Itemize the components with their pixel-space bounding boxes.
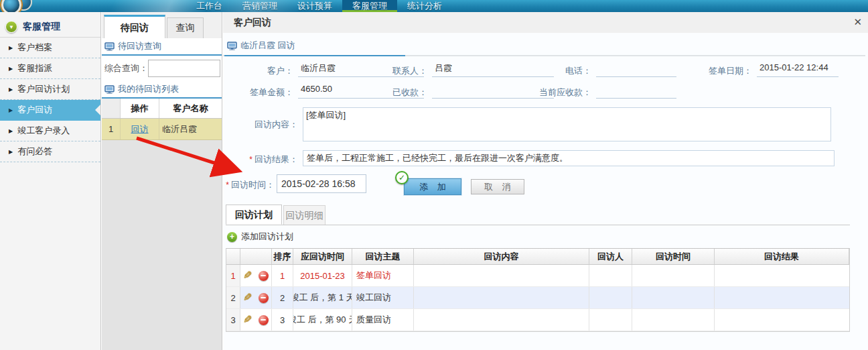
sidebar-item-customer-files[interactable]: ▶ 客户档案 (0, 38, 100, 58)
sidebar-item-label: 客服指派 (17, 62, 52, 74)
header-cell-blank (226, 249, 240, 264)
plan-table-row: 2 ✎ 2 竣工 后，第 1 天 竣工回访 (226, 287, 849, 309)
tab-callback-plan[interactable]: 回访计划 (226, 205, 282, 225)
topic-cell: 签单回访 (352, 265, 414, 286)
due-time-cell: 竣工 后，第 90 天 (293, 309, 352, 331)
field-phone: 电话： (516, 61, 676, 77)
content-cell (414, 309, 589, 331)
window-title: 客户回访 (234, 17, 271, 29)
pending-list-row-selected[interactable]: 1 回访 临沂吕霞 (102, 119, 222, 140)
due-time-cell: 竣工 后，第 1 天 (293, 287, 352, 308)
sidebar-item-customer-callback[interactable]: ▶ 客户回访 (0, 100, 100, 121)
time-label: 回访时间： (231, 180, 275, 190)
time-cell (632, 309, 715, 331)
time-cell (632, 265, 715, 286)
callback-time-input[interactable] (277, 174, 366, 193)
add-circle-icon: + (227, 232, 237, 242)
customer-label: 客户： (223, 65, 298, 77)
header-cell-customer-name: 客户名称 (159, 99, 222, 118)
header-cell-content: 回访内容 (414, 249, 589, 264)
combined-query-label: 综合查询： (104, 62, 148, 74)
edit-pencil-icon[interactable]: ✎ (243, 270, 252, 281)
time-cell (632, 287, 715, 308)
delete-minus-icon[interactable] (259, 315, 269, 325)
add-callback-plan-label: 添加回访计划 (241, 231, 293, 243)
field-sign-date: 签单日期： 2015-01-22 12:44 (695, 61, 839, 77)
close-icon[interactable]: ✕ (853, 17, 862, 27)
callback-plan-table: 排序 应回访时间 回访主题 回访内容 回访人 回访时间 回访结果 1 ✎ 1 2… (226, 248, 850, 332)
header-cell-person: 回访人 (589, 249, 632, 264)
combined-query-row: 综合查询： (102, 56, 222, 81)
cancel-button[interactable]: 取 消 (471, 179, 524, 194)
order-cell: 3 (272, 309, 293, 331)
customer-name-cell: 临沂吕霞 (159, 119, 222, 139)
pending-list-header-row: 操作 客户名称 (102, 99, 222, 119)
caret-right-icon: ▶ (9, 66, 13, 72)
tab-query[interactable]: 查询 (167, 17, 204, 38)
callback-link[interactable]: 回访 (131, 123, 149, 135)
result-label: 回访结果： (255, 154, 298, 164)
top-nav-items: 工作台 营销管理 设计预算 客服管理 统计分析 (186, 0, 452, 12)
add-button[interactable]: 添 加 (404, 178, 461, 195)
delete-minus-icon[interactable] (259, 293, 269, 303)
collapse-chevron-icon[interactable]: ▼ (5, 21, 17, 33)
window-body: 临沂吕霞 回访 客户： 临沂吕霞 联系人： 吕霞 电话： 签单日期： 2015-… (223, 33, 868, 350)
nav-item-marketing[interactable]: 营销管理 (232, 0, 287, 12)
combined-query-input[interactable] (148, 60, 220, 77)
nav-item-customer-service[interactable]: 客服管理 (342, 0, 397, 12)
due-time-cell: 2015-01-23 (293, 265, 352, 286)
plan-tab-strip: 回访计划 回访明细 (226, 205, 850, 225)
order-cell: 1 (272, 265, 293, 286)
nav-item-design-budget[interactable]: 设计预算 (287, 0, 342, 12)
callback-content-textarea[interactable] (303, 107, 831, 141)
sidebar-item-label: 客户回访 (17, 104, 52, 116)
delete-minus-icon[interactable] (259, 271, 269, 281)
person-cell (589, 265, 632, 286)
sidebar-header[interactable]: ▼ 客服管理 (0, 17, 100, 38)
result-cell (715, 265, 849, 286)
topic-cell: 质量回访 (352, 309, 414, 331)
monitor-icon (104, 85, 115, 94)
content-cell (414, 265, 589, 286)
row-number: 3 (226, 309, 240, 331)
person-cell (589, 309, 632, 331)
phone-value (596, 62, 676, 77)
sign-amount-label: 签单金额： (223, 86, 298, 99)
add-callback-plan-button[interactable]: + 添加回访计划 (227, 231, 293, 243)
my-pending-list-section-header: 我的待回访列表 (102, 81, 222, 99)
nav-item-statistics[interactable]: 统计分析 (397, 0, 452, 12)
sidebar-item-service-assign[interactable]: ▶ 客服指派 (0, 58, 100, 79)
sidebar-item-callback-plan[interactable]: ▶ 客户回访计划 (0, 79, 100, 100)
tab-pending-callback[interactable]: 待回访 (104, 15, 165, 38)
nav-item-workbench[interactable]: 工作台 (186, 0, 232, 12)
tab-callback-detail[interactable]: 回访明细 (283, 205, 326, 225)
middle-tab-strip: 待回访 查询 (102, 12, 222, 38)
sign-date-value: 2015-01-22 12:44 (757, 62, 839, 77)
header-cell-result: 回访结果 (715, 249, 849, 264)
edit-pencil-icon[interactable]: ✎ (243, 314, 252, 325)
result-label-wrap: *回访结果： (223, 154, 298, 166)
caret-right-icon: ▶ (9, 86, 13, 93)
receivable-value (596, 84, 676, 99)
required-asterisk: * (226, 180, 231, 190)
received-label: 已收款： (375, 86, 432, 99)
row-index: 1 (102, 119, 121, 139)
content-label: 回访内容： (223, 119, 298, 131)
sidebar-item-label: 客户回访计划 (17, 83, 70, 95)
top-navbar: 工作台 营销管理 设计预算 客服管理 统计分析 (0, 0, 868, 12)
header-cell-order: 排序 (272, 249, 293, 264)
monitor-icon (227, 42, 237, 50)
callback-result-input[interactable] (303, 150, 835, 166)
topic-cell: 竣工回访 (352, 287, 414, 308)
caret-right-icon: ▶ (9, 149, 13, 155)
caret-right-icon: ▶ (9, 107, 13, 113)
contact-label: 联系人： (375, 65, 432, 77)
sidebar-item-qa[interactable]: ▶ 有问必答 (0, 141, 100, 162)
receivable-label: 当前应收款： (516, 86, 596, 99)
required-asterisk: * (249, 155, 255, 164)
result-cell (715, 287, 849, 308)
edit-pencil-icon[interactable]: ✎ (243, 292, 252, 303)
caret-right-icon: ▶ (9, 45, 13, 51)
sidebar-item-completed-customer-entry[interactable]: ▶ 竣工客户录入 (0, 121, 100, 141)
section-title: 我的待回访列表 (118, 83, 179, 95)
